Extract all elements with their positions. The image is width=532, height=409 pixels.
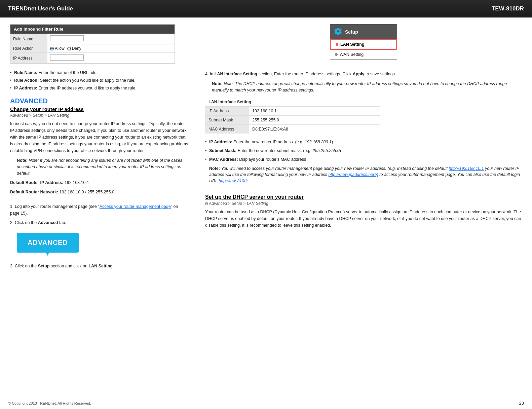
gear-icon bbox=[334, 27, 342, 36]
mac-note-label: Note: bbox=[209, 166, 221, 171]
setup-box: Setup LAN Setting WAN Setting bbox=[330, 24, 397, 60]
radio-deny-circle bbox=[67, 47, 71, 50]
setup-box-header: Setup bbox=[330, 25, 397, 39]
step3-lan: LAN Setting bbox=[88, 264, 113, 268]
setup-image-container: Setup LAN Setting WAN Setting bbox=[205, 24, 522, 65]
radio-allow-circle bbox=[50, 47, 54, 50]
body-text: In most cases, you do not need to change… bbox=[10, 120, 188, 154]
main-content: Add Inbound Filter Rule Rule Name Rule A… bbox=[0, 17, 532, 279]
apply-label: Apply bbox=[353, 72, 365, 76]
section-subtitle: Advanced > Setup > LAN Setting bbox=[10, 113, 188, 118]
mac-bullet-text: Displays your router's MAC address bbox=[239, 157, 306, 162]
dhcp-body: Your router can be used as a DHCP (Dynam… bbox=[205, 209, 522, 229]
default-network-val: 192.168.10.0 / 255.255.255.0 bbox=[60, 190, 114, 194]
radio-deny-label: Deny bbox=[72, 46, 81, 51]
lan-subnet-label: Subnet Mask bbox=[205, 115, 249, 124]
lan-mac-value: D8:E8:97:1E:34:A8 bbox=[249, 124, 380, 134]
dhcp-title: Set up the DHCP server on your router bbox=[205, 194, 522, 200]
default-ip-val: 192.168.10.1 bbox=[65, 180, 89, 185]
step3: 3. Click on the Setup section and click … bbox=[10, 263, 188, 269]
rule-name-input[interactable] bbox=[50, 35, 84, 41]
default-ip-link[interactable]: http://192.168.10.1 bbox=[449, 166, 484, 171]
right-bullet-list: IP Address: Enter the new router IP addr… bbox=[205, 138, 522, 188]
filter-table: Rule Name Rule Action Allow bbox=[10, 34, 175, 63]
footer-copyright: © Copyright 2013 TRENDnet. All Rights Re… bbox=[8, 401, 91, 405]
mac-note: Note: You will need to access your route… bbox=[209, 165, 522, 184]
ip-bullet-text: Enter the new router IP address. (e.g. 1… bbox=[233, 140, 333, 144]
header-title: TRENDnet User's Guide bbox=[8, 5, 73, 12]
filter-box-header: Add Inbound Filter Rule bbox=[10, 25, 175, 34]
menu-dot-lan bbox=[336, 43, 338, 46]
bullet-label: Rule Action: bbox=[14, 78, 39, 83]
lan-subnet-value: 255.255.255.0 bbox=[249, 115, 380, 124]
step3-setup: Setup bbox=[38, 264, 50, 268]
left-column: Add Inbound Filter Rule Rule Name Rule A… bbox=[10, 24, 198, 272]
bullet-text: Enter the IP address you would like to a… bbox=[38, 86, 137, 90]
lan-table-header: LAN Interface Setting bbox=[205, 98, 380, 107]
default-ip-label: Default Router IP Address: bbox=[10, 180, 63, 185]
list-item: Rule Name: Enter the name of the URL rul… bbox=[10, 69, 188, 77]
setup-menu: LAN Setting WAN Setting bbox=[330, 39, 397, 60]
menu-dot-wan bbox=[335, 53, 338, 56]
login-url-link[interactable]: http://tew-810dr bbox=[219, 179, 248, 183]
setup-menu-wan-label: WAN Setting bbox=[340, 52, 364, 57]
default-network-line: Default Router Network: 192.168.10.0 / 2… bbox=[10, 189, 188, 195]
list-item: IP Address: Enter the IP address you wou… bbox=[10, 84, 188, 92]
filter-row-input-rulename bbox=[47, 34, 175, 44]
dhcp-subtitle: N Advanced > Setup > LAN Setting bbox=[205, 201, 522, 206]
header: TRENDnet User's Guide TEW-810DR bbox=[0, 0, 532, 17]
right-column: Setup LAN Setting WAN Setting 4. In LAN … bbox=[198, 24, 522, 272]
list-item: Subnet Mask: Enter the new router subnet… bbox=[205, 146, 522, 155]
note-text: Note: If you are not encountering any is… bbox=[17, 158, 182, 176]
advanced-section-label: ADVANCED bbox=[10, 97, 188, 105]
bullet-label: IP Address: bbox=[14, 86, 37, 90]
lan-table-header-row: LAN Interface Setting bbox=[205, 98, 380, 107]
table-row: Subnet Mask 255.255.255.0 bbox=[205, 115, 380, 124]
bullet-text: Select the action you would like to appl… bbox=[40, 78, 136, 83]
filter-row-label-action: Rule Action bbox=[10, 44, 47, 53]
lan-table: LAN Interface Setting IP Address 192.168… bbox=[205, 98, 380, 134]
right-note-block: Note: Note: The DHCP address range will … bbox=[212, 81, 522, 94]
management-page-link[interactable]: Access your router management page bbox=[100, 204, 171, 209]
footer: © Copyright 2013 TRENDnet. All Rights Re… bbox=[0, 397, 532, 409]
right-note-text: Note: The DHCP address range will change… bbox=[212, 81, 507, 92]
list-item: Rule Action: Select the action you would… bbox=[10, 77, 188, 84]
step1: 1. Log into your router management page … bbox=[10, 203, 188, 217]
filter-row-radio-action: Allow Deny bbox=[47, 44, 175, 53]
setup-menu-wan[interactable]: WAN Setting bbox=[330, 50, 397, 60]
step2-bold: Advanced bbox=[38, 220, 58, 225]
ip-bullet-label: IP Address: bbox=[209, 140, 232, 144]
filter-row-label-rulename: Rule Name bbox=[10, 34, 47, 44]
subnet-bullet-text: Enter the new router subnet mask. (e.g. … bbox=[238, 148, 341, 153]
radio-allow[interactable]: Allow bbox=[50, 46, 65, 51]
default-network-label: Default Router Network: bbox=[10, 190, 58, 194]
lan-interface-label: LAN Interface Setting bbox=[215, 72, 257, 76]
table-row: IP Address 192.168.10.1 bbox=[205, 106, 380, 115]
btn-wrapper: ADVANCED bbox=[10, 229, 188, 257]
footer-page-number: 23 bbox=[519, 401, 524, 406]
step2: 2. Click on the Advanced tab. bbox=[10, 219, 188, 226]
bullet-text: Enter the name of the URL rule bbox=[38, 70, 97, 75]
list-item: MAC Address: Displays your router's MAC … bbox=[205, 155, 522, 188]
filter-box: Add Inbound Filter Rule Rule Name Rule A… bbox=[10, 24, 175, 64]
table-row: IP Address bbox=[10, 53, 175, 64]
radio-group: Allow Deny bbox=[50, 46, 172, 51]
table-row: MAC Address D8:E8:97:1E:34:A8 bbox=[205, 124, 380, 134]
ip-address-input[interactable] bbox=[50, 54, 84, 61]
right-note-label: Note: bbox=[212, 81, 224, 86]
mac-bullet-label: MAC Address: bbox=[209, 157, 238, 162]
lan-table-wrapper: LAN Interface Setting IP Address 192.168… bbox=[205, 98, 380, 134]
lan-ip-value: 192.168.10.1 bbox=[249, 106, 380, 115]
setup-menu-lan[interactable]: LAN Setting bbox=[330, 39, 397, 50]
new-ip-link[interactable]: http://(new.ipaddress.here) bbox=[329, 172, 378, 177]
radio-deny[interactable]: Deny bbox=[67, 46, 81, 51]
table-row: Rule Action Allow Deny bbox=[10, 44, 175, 53]
section-title: Change your router IP address bbox=[10, 106, 188, 112]
note-label: Note: bbox=[17, 158, 29, 163]
list-item: IP Address: Enter the new router IP addr… bbox=[205, 138, 522, 146]
advanced-button[interactable]: ADVANCED bbox=[17, 233, 79, 253]
setup-menu-lan-label: LAN Setting bbox=[340, 42, 365, 47]
filter-row-input-ip bbox=[47, 53, 175, 64]
default-ip-line: Default Router IP Address: 192.168.10.1 bbox=[10, 179, 188, 186]
filter-bullet-list: Rule Name: Enter the name of the URL rul… bbox=[10, 69, 188, 92]
